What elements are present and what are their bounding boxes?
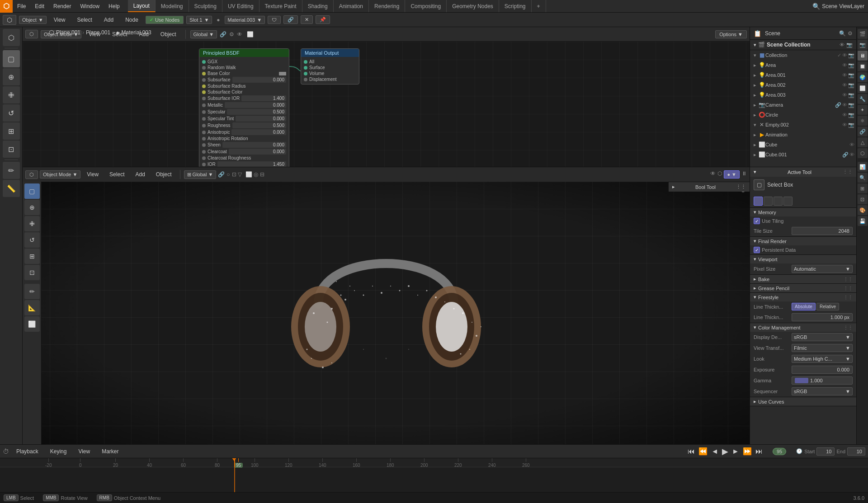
frame-end-input[interactable]: 10 xyxy=(847,447,865,456)
collection-item-empty002[interactable]: ▾ ✕ Empty.002 👁 📷 xyxy=(750,120,856,130)
collection-item-cube001[interactable]: ▸ ⬜ Cube.001 🔗 👁 xyxy=(750,150,856,160)
overlay-icon[interactable]: 👁 xyxy=(237,31,242,38)
node-canvas[interactable]: Principled BSDF GGX Random Walk Base Col… xyxy=(23,42,750,167)
tab-world-icon[interactable]: 🌍 xyxy=(858,72,868,82)
next-keyframe-btn[interactable]: ⏩ xyxy=(743,447,752,456)
active-tool-options-icon[interactable]: ⋮⋮ xyxy=(843,169,853,175)
material-shield-btn[interactable]: 🛡 xyxy=(268,16,281,24)
material-close-btn[interactable]: ✕ xyxy=(301,15,313,24)
empty002-eye-icon[interactable]: 👁 xyxy=(842,122,847,128)
rotate-tool-btn[interactable]: ↺ xyxy=(3,104,20,122)
area001-expand[interactable]: ▸ xyxy=(752,72,758,78)
object-mode-dropdown[interactable]: Object ▼ xyxy=(19,16,47,24)
tab-output-icon[interactable]: 🖥 xyxy=(858,51,868,61)
node-object-menu[interactable]: Object xyxy=(156,27,181,41)
viewport-transform-dropdown[interactable]: ⊞ Global ▼ xyxy=(184,170,217,179)
tab-extra1-icon[interactable]: 📊 xyxy=(858,162,868,172)
annotate-tool-btn[interactable]: ✏ xyxy=(3,162,20,179)
camera-expand[interactable]: ▸ xyxy=(752,102,758,108)
viewport-view-menu[interactable]: View xyxy=(82,167,103,182)
color-mgmt-options-icon[interactable]: ⋮⋮ xyxy=(844,325,853,330)
principled-bsdf-node[interactable]: Principled BSDF GGX Random Walk Base Col… xyxy=(199,48,289,167)
add-menu-toolbar[interactable]: Add xyxy=(99,13,118,27)
render-pause-btn[interactable]: ⏸ xyxy=(741,170,747,179)
line-thickness-absolute-btn[interactable]: Absolute xyxy=(792,303,816,310)
overlay-btn[interactable]: 👁 xyxy=(710,170,716,179)
collection-item-area[interactable]: ▸ 💡 Area 👁 📷 xyxy=(750,60,856,70)
sequencer-dropdown[interactable]: sRGB ▼ xyxy=(792,387,853,395)
freestyle-header[interactable]: ▾ Freestyle ⋮⋮ xyxy=(750,293,856,301)
measure-tool-btn[interactable]: 📏 xyxy=(3,180,20,197)
area002-render-icon[interactable]: 📷 xyxy=(848,82,854,88)
collection-eye-icon[interactable]: 👁 xyxy=(842,52,847,58)
proportional-icon[interactable]: ○ xyxy=(226,171,230,178)
breadcrumb-plane2[interactable]: Plane.001 xyxy=(86,29,110,36)
snap-icon[interactable]: 🔗 xyxy=(220,31,226,38)
circle-render-icon[interactable]: 📷 xyxy=(848,112,854,118)
node-menu-toolbar[interactable]: Node xyxy=(121,13,143,27)
bake-section-header[interactable]: ▸ Bake ⋮⋮ xyxy=(750,275,856,283)
transform-orient-dropdown[interactable]: Global ▼ xyxy=(190,30,217,38)
timeline-ruler[interactable]: -20 0 20 40 60 80 xyxy=(0,458,868,467)
collection-item-cube[interactable]: ▸ ⬜ Cube 👁 xyxy=(750,140,856,150)
xray-btn[interactable]: ⬡ xyxy=(717,170,722,179)
bake-options-icon[interactable]: ⋮⋮ xyxy=(844,277,853,282)
view-menu-toolbar[interactable]: View xyxy=(49,13,70,27)
outliner-filter-icon[interactable]: 🔍 xyxy=(839,30,846,37)
frame-start-input[interactable]: 10 xyxy=(816,447,835,456)
edit-menu[interactable]: Edit xyxy=(30,0,49,12)
transform-icons[interactable]: ⊡ ▽ xyxy=(232,171,242,178)
view-menu-timeline[interactable]: View xyxy=(74,445,94,458)
outliner-settings-icon[interactable]: ⚙ xyxy=(848,30,853,37)
tab-particles-icon[interactable]: ✦ xyxy=(858,105,868,115)
collection-expand[interactable]: ▾ xyxy=(752,52,758,58)
area003-expand[interactable]: ▸ xyxy=(752,92,758,98)
material-dropdown[interactable]: Material.003 ▼ xyxy=(225,16,265,24)
collection-item-camera[interactable]: ▸ 📷 Camera 🔗 👁 📷 xyxy=(750,100,856,110)
bool-tool-header[interactable]: ▸ Bool Tool ⋮⋮ xyxy=(669,182,750,192)
vp-scale-btn[interactable]: ⊞ xyxy=(24,249,40,264)
vp-select-btn[interactable]: ▢ xyxy=(24,183,40,199)
tab-modifiers-icon[interactable]: 🔧 xyxy=(858,94,868,104)
collection-item-area001[interactable]: ▸ 💡 Area.001 👁 📷 xyxy=(750,70,856,80)
vp-transform-btn[interactable]: ⊡ xyxy=(24,265,40,280)
area-eye-icon[interactable]: 👁 xyxy=(842,62,847,68)
freestyle-options-icon[interactable]: ⋮⋮ xyxy=(844,295,853,300)
collection-item-circle[interactable]: ▸ ⭕ Circle 👁 📷 xyxy=(750,110,856,120)
collection-render-icon[interactable]: 📷 xyxy=(848,52,854,58)
tool-box-mode[interactable] xyxy=(754,197,763,206)
workspace-tab-uv[interactable]: UV Editing xyxy=(222,0,259,12)
persistent-data-checkbox[interactable]: ✓ xyxy=(754,247,760,253)
workspace-tab-compositing[interactable]: Compositing xyxy=(405,0,447,12)
area-render-icon[interactable]: 📷 xyxy=(848,62,854,68)
collection-item-area002[interactable]: ▸ 💡 Area.002 👁 📷 xyxy=(750,80,856,90)
workspace-tab-geometry[interactable]: Geometry Nodes xyxy=(447,0,499,12)
camera-link-icon[interactable]: 🔗 xyxy=(835,102,841,108)
empty002-render-icon[interactable]: 📷 xyxy=(848,122,854,128)
move-tool-btn[interactable]: ✙ xyxy=(3,86,20,103)
collection-item-area003[interactable]: ▸ 💡 Area.003 👁 📷 xyxy=(750,90,856,100)
area002-expand[interactable]: ▸ xyxy=(752,82,758,88)
jump-end-btn[interactable]: ⏭ xyxy=(755,447,763,456)
current-frame-display[interactable]: 95 xyxy=(773,448,786,455)
tab-scene-icon[interactable]: 🎬 xyxy=(858,29,868,39)
scene-coll-render-icon[interactable]: 📷 xyxy=(846,42,853,48)
tab-extra2-icon[interactable]: 🔍 xyxy=(858,173,868,183)
cube001-eye-icon[interactable]: 👁 xyxy=(849,152,854,158)
vp-measure-btn[interactable]: 📐 xyxy=(24,300,40,315)
memory-section-header[interactable]: ▾ Memory xyxy=(750,208,856,216)
view3d-icon[interactable]: ⬡ xyxy=(3,29,20,46)
circle-expand[interactable]: ▸ xyxy=(752,112,758,118)
viewport-mode-dropdown[interactable]: Object Mode ▼ xyxy=(40,170,80,179)
workspace-tab-rendering[interactable]: Rendering xyxy=(369,0,405,12)
use-curves-header[interactable]: ▸ Use Curves xyxy=(750,397,856,406)
viewport-3d-canvas[interactable] xyxy=(23,182,750,444)
area003-eye-icon[interactable]: 👁 xyxy=(842,92,847,98)
tool-lasso-mode[interactable] xyxy=(774,197,783,206)
vp-move-btn[interactable]: ✙ xyxy=(24,216,40,231)
cube-expand[interactable]: ▸ xyxy=(752,142,758,148)
marker-menu[interactable]: Marker xyxy=(97,445,123,458)
workspace-tab-shading[interactable]: Shading xyxy=(302,0,334,12)
vp-annotate-btn[interactable]: ✏ xyxy=(24,284,40,299)
material-link-btn[interactable]: 🔗 xyxy=(283,15,298,24)
